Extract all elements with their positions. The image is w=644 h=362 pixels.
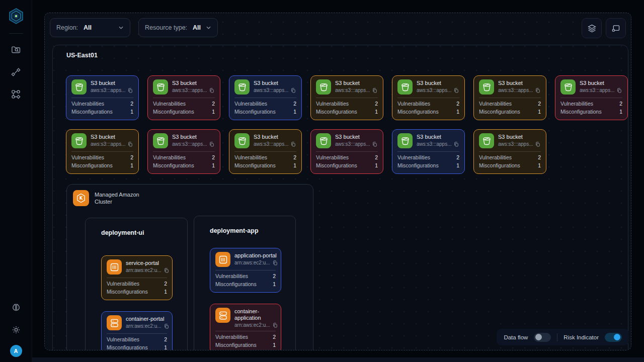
resource-arn: aws:s3:::apps... bbox=[417, 87, 451, 93]
copy-icon[interactable] bbox=[164, 267, 169, 273]
sidebar-item-topology-map[interactable] bbox=[7, 85, 25, 103]
resource-title: S3 bucket bbox=[498, 79, 540, 86]
copy-icon[interactable] bbox=[127, 141, 133, 147]
copy-icon[interactable] bbox=[290, 87, 296, 93]
region-filter-dropdown[interactable]: Region:All bbox=[50, 18, 130, 37]
resource-title: S3 bucket bbox=[91, 79, 133, 86]
managed-amazon-cluster-group[interactable]: K Managed Amazon Cluster deployment-ui s… bbox=[66, 184, 313, 350]
resource-title: S3 bucket bbox=[417, 133, 459, 140]
resource-arn: aws:s3:::apps... bbox=[254, 141, 288, 147]
topology-canvas[interactable]: Region:All Resource type:All US-East01 bbox=[44, 13, 631, 350]
copy-icon[interactable] bbox=[164, 323, 169, 329]
app-logo[interactable] bbox=[6, 6, 26, 26]
risk-indicator-toggle[interactable] bbox=[605, 333, 622, 342]
copy-icon[interactable] bbox=[535, 141, 540, 147]
ec2-instance-icon bbox=[215, 252, 230, 267]
resource-card[interactable]: S3 bucket aws:s3:::apps... Vulnerabiliti… bbox=[229, 75, 302, 120]
s3-bucket-icon bbox=[479, 79, 494, 95]
card-divider bbox=[316, 98, 378, 98]
resource-card[interactable]: S3 bucket aws:s3:::apps... Vulnerabiliti… bbox=[473, 129, 546, 174]
resource-card[interactable]: S3 bucket aws:s3:::apps... Vulnerabiliti… bbox=[392, 129, 465, 174]
misconfigurations-row: Misconfigurations1 bbox=[153, 108, 215, 116]
resource-title: application-portal bbox=[234, 252, 278, 259]
resource-card[interactable]: S3 bucket aws:s3:::apps... Vulnerabiliti… bbox=[473, 75, 546, 120]
resource-title: service-portal bbox=[126, 259, 169, 266]
resource-card[interactable]: container-portal arn:aws:ec2:u... Vulner… bbox=[101, 311, 173, 350]
misconfigurations-row: Misconfigurations1 bbox=[397, 162, 459, 170]
card-header: container-portal arn:aws:ec2:u... bbox=[107, 315, 167, 330]
resource-title: S3 bucket bbox=[91, 133, 133, 140]
copy-icon[interactable] bbox=[272, 322, 278, 328]
resource-card[interactable]: S3 bucket aws:s3:::apps... Vulnerabiliti… bbox=[310, 129, 383, 174]
copy-icon[interactable] bbox=[290, 141, 296, 147]
region-group-us-east01[interactable]: US-East01 S3 bucket aws:s3:::apps... bbox=[52, 45, 628, 350]
misconfigurations-row: Misconfigurations1 bbox=[234, 162, 296, 170]
resource-card[interactable]: S3 bucket aws:s3:::apps... Vulnerabiliti… bbox=[392, 75, 465, 120]
sidebar-item-ai-assist[interactable] bbox=[7, 299, 25, 317]
resource-type-filter-dropdown[interactable]: Resource type:All bbox=[138, 18, 218, 37]
misconfigurations-row: Misconfigurations1 bbox=[107, 344, 167, 351]
copy-icon[interactable] bbox=[372, 87, 377, 93]
misconfigurations-row: Misconfigurations1 bbox=[215, 281, 276, 289]
copy-icon[interactable] bbox=[535, 87, 540, 93]
resource-card[interactable]: service-portal arn:aws:ec2:u... Vulnerab… bbox=[101, 255, 173, 300]
vulnerabilities-row: Vulnerabilities2 bbox=[107, 336, 167, 344]
resource-card[interactable]: S3 bucket aws:s3:::apps... Vulnerabiliti… bbox=[147, 75, 220, 120]
card-header: container-application arn:aws:ec2:u... bbox=[215, 308, 276, 328]
resource-type-filter-value: All bbox=[193, 24, 201, 31]
cluster-title: Managed Amazon Cluster bbox=[95, 190, 150, 205]
card-header: S3 bucket aws:s3:::apps... bbox=[316, 79, 378, 95]
copy-icon[interactable] bbox=[209, 141, 214, 147]
layers-icon bbox=[587, 24, 597, 33]
resource-card[interactable]: S3 bucket aws:s3:::apps... Vulnerabiliti… bbox=[66, 75, 139, 120]
resource-card[interactable]: S3 bucket aws:s3:::apps... Vulnerabiliti… bbox=[147, 129, 220, 174]
resource-title: S3 bucket bbox=[417, 79, 459, 86]
user-avatar[interactable]: A bbox=[10, 345, 22, 357]
card-divider bbox=[397, 98, 459, 98]
resource-title: S3 bucket bbox=[335, 133, 377, 140]
resource-card[interactable]: S3 bucket aws:s3:::apps... Vulnerabiliti… bbox=[229, 129, 302, 174]
vulnerabilities-row: Vulnerabilities2 bbox=[316, 154, 378, 162]
sidebar-item-asset-inventory[interactable] bbox=[7, 41, 25, 59]
resource-card[interactable]: container-application arn:aws:ec2:u... V… bbox=[210, 304, 281, 350]
copy-icon[interactable] bbox=[127, 87, 133, 93]
layers-button[interactable] bbox=[582, 18, 602, 38]
data-flow-toggle[interactable] bbox=[534, 333, 551, 342]
card-titles: S3 bucket aws:s3:::apps... bbox=[417, 133, 459, 147]
card-divider bbox=[107, 278, 167, 278]
resource-card[interactable]: S3 bucket aws:s3:::apps... Vulnerabiliti… bbox=[66, 129, 139, 174]
deployment-ui-group[interactable]: deployment-ui service-portal arn:aws:ec2… bbox=[85, 218, 188, 350]
copy-icon[interactable] bbox=[209, 87, 214, 93]
copy-icon[interactable] bbox=[453, 87, 459, 93]
copy-icon[interactable] bbox=[453, 141, 459, 147]
card-divider bbox=[71, 98, 133, 98]
marquee-select-button[interactable] bbox=[606, 18, 626, 38]
copy-icon[interactable] bbox=[272, 260, 278, 265]
card-header: S3 bucket aws:s3:::apps... bbox=[234, 133, 296, 148]
card-divider bbox=[153, 151, 215, 152]
resource-title: S3 bucket bbox=[254, 79, 296, 86]
card-header: S3 bucket aws:s3:::apps... bbox=[153, 79, 215, 95]
card-header: S3 bucket aws:s3:::apps... bbox=[234, 79, 296, 95]
resource-card[interactable]: S3 bucket aws:s3:::apps... Vulnerabiliti… bbox=[310, 75, 383, 120]
bottom-strip bbox=[32, 357, 644, 362]
resource-arn: aws:s3:::apps... bbox=[498, 87, 533, 93]
resource-arn: arn:aws:ec2:u... bbox=[234, 322, 270, 328]
copy-icon[interactable] bbox=[616, 87, 622, 93]
card-divider bbox=[234, 151, 296, 152]
resource-arn: arn:aws:ec2:u... bbox=[126, 323, 162, 329]
vulnerabilities-row: Vulnerabilities2 bbox=[153, 154, 215, 162]
vulnerabilities-row: Vulnerabilities2 bbox=[71, 154, 133, 162]
s3-bucket-icon bbox=[397, 79, 413, 95]
vulnerabilities-row: Vulnerabilities2 bbox=[71, 100, 133, 108]
s3-bucket-icon bbox=[397, 133, 413, 148]
vulnerabilities-row: Vulnerabilities2 bbox=[107, 280, 167, 288]
copy-icon[interactable] bbox=[372, 141, 377, 147]
s3-bucket-icon bbox=[316, 133, 331, 148]
card-header: S3 bucket aws:s3:::apps... bbox=[153, 133, 215, 148]
resource-card[interactable]: application-portal arn:aws:ec2:u... Vuln… bbox=[210, 248, 281, 293]
sidebar-item-attack-path[interactable] bbox=[7, 63, 25, 81]
resource-card[interactable]: S3 bucket aws:s3:::apps... Vulnerabiliti… bbox=[555, 75, 628, 120]
deployment-app-group[interactable]: deployment-app application-portal arn:aw… bbox=[194, 216, 296, 350]
sidebar-item-settings[interactable] bbox=[7, 321, 25, 339]
